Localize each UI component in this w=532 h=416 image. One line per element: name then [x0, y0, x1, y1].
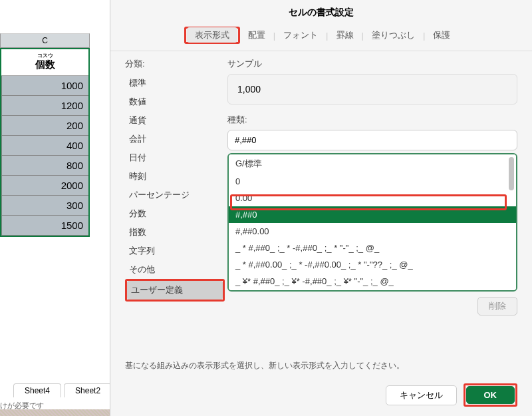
category-item-number[interactable]: 数値: [125, 93, 225, 111]
dialog-title: セルの書式設定: [110, 0, 532, 24]
scrollbar-thumb[interactable]: [509, 157, 514, 190]
type-item[interactable]: 0: [229, 173, 516, 190]
category-column: 分類: 標準 数値 通貨 会計 日付 時刻 パーセンテージ 分数 指数 文字列 …: [125, 58, 225, 353]
category-item-standard[interactable]: 標準: [125, 74, 225, 93]
sheet-tabs: Sheet4 Sheet2: [13, 383, 112, 397]
type-input[interactable]: [227, 130, 517, 150]
data-cell[interactable]: 2000: [1, 176, 88, 196]
category-item-date[interactable]: 日付: [125, 148, 225, 167]
category-item-accounting[interactable]: 会計: [125, 130, 225, 148]
highlight-box: 表示形式: [184, 27, 240, 44]
category-item-scientific[interactable]: 指数: [125, 223, 225, 242]
type-label: 種類:: [227, 114, 517, 126]
sheet-tab[interactable]: Sheet4: [13, 383, 61, 397]
cancel-button[interactable]: キャンセル: [386, 385, 457, 405]
type-item[interactable]: _ ¥* #,##0.00_ ;_ ¥* -#,##0.00_ ;_ ¥* "-…: [229, 290, 516, 292]
category-item-text[interactable]: 文字列: [125, 242, 225, 260]
type-item[interactable]: G/標準: [229, 154, 516, 173]
tab-number-format[interactable]: 表示形式: [187, 27, 237, 43]
category-item-other[interactable]: その他: [125, 260, 225, 279]
ok-button[interactable]: OK: [466, 386, 515, 404]
delete-button[interactable]: 削除: [477, 297, 517, 315]
data-cell[interactable]: 800: [1, 156, 88, 176]
category-label: 分類:: [125, 58, 225, 70]
data-cell[interactable]: 1200: [1, 96, 88, 116]
header-text: 個数: [35, 59, 55, 70]
data-cell[interactable]: 300: [1, 196, 88, 216]
type-list[interactable]: G/標準 0 0.00 #,##0 #,##0.00 _ * #,##0_ ;_…: [227, 153, 517, 292]
sheet-tab[interactable]: Sheet2: [64, 383, 112, 397]
tab-border[interactable]: 罫線: [329, 27, 362, 44]
category-item-time[interactable]: 時刻: [125, 167, 225, 186]
data-cell[interactable]: 1000: [1, 76, 88, 96]
tab-alignment[interactable]: 配置: [240, 27, 273, 44]
header-cell[interactable]: コスウ 個数: [1, 49, 88, 76]
type-item[interactable]: 0.00: [229, 190, 516, 206]
tab-protection[interactable]: 保護: [425, 27, 458, 44]
category-item-fraction[interactable]: 分数: [125, 204, 225, 223]
data-cell[interactable]: 400: [1, 136, 88, 156]
tab-fill[interactable]: 塗りつぶし: [364, 27, 423, 44]
type-item-selected[interactable]: #,##0: [229, 206, 516, 223]
data-cell[interactable]: 200: [1, 116, 88, 136]
header-ruby: コスウ: [1, 53, 88, 59]
highlight-box: ユーザー定義: [125, 279, 225, 302]
type-item[interactable]: _ * #,##0.00_ ;_ * -#,##0.00_ ;_ * "-"??…: [229, 256, 516, 273]
highlight-box: OK: [464, 383, 518, 407]
right-column: サンプル 1,000 種類: G/標準 0 0.00 #,##0 #,##0.0…: [225, 58, 517, 353]
category-item-currency[interactable]: 通貨: [125, 111, 225, 130]
format-cells-dialog: セルの書式設定 表示形式 配置 | フォント | 罫線 | 塗りつぶし | 保護…: [110, 0, 532, 416]
hint-text: 基になる組み込みの表示形式を選択し、新しい表示形式を入力してください。: [110, 360, 532, 378]
dialog-tabs: 表示形式 配置 | フォント | 罫線 | 塗りつぶし | 保護: [110, 24, 532, 51]
tab-font[interactable]: フォント: [275, 27, 326, 44]
category-item-custom[interactable]: ユーザー定義: [127, 281, 223, 300]
type-item[interactable]: #,##0.00: [229, 223, 516, 240]
type-item[interactable]: _ ¥* #,##0_ ;_ ¥* -#,##0_ ;_ ¥* "-"_ ;_ …: [229, 273, 516, 290]
category-list[interactable]: 標準 数値 通貨 会計 日付 時刻 パーセンテージ 分数 指数 文字列 その他 …: [125, 74, 225, 302]
bottom-strip: [0, 409, 110, 416]
category-item-percentage[interactable]: パーセンテージ: [125, 186, 225, 204]
sample-label: サンプル: [227, 58, 517, 70]
column-header-c[interactable]: C: [0, 33, 90, 48]
selected-column[interactable]: コスウ 個数 1000 1200 200 400 800 2000 300 15…: [0, 48, 90, 237]
data-cell[interactable]: 1500: [1, 216, 88, 236]
spreadsheet-background: C コスウ 個数 1000 1200 200 400 800 2000 300 …: [0, 0, 110, 416]
dialog-footer: キャンセル OK: [110, 378, 532, 416]
sample-value: 1,000: [227, 74, 517, 104]
type-item[interactable]: _ * #,##0_ ;_ * -#,##0_ ;_ * "-"_ ;_ @_: [229, 240, 516, 256]
